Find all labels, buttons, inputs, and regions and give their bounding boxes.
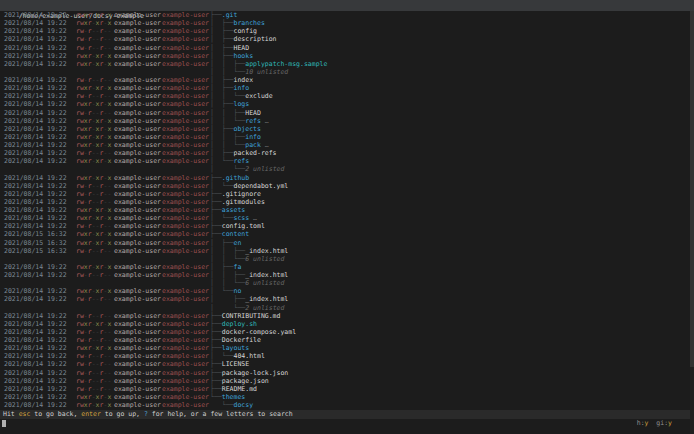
- tree-row[interactable]: 2021/08/14 19:22rw-r--r--example-userexa…: [0, 109, 689, 117]
- tree-row[interactable]: 2021/08/14 19:22rw-r--r--example-userexa…: [0, 328, 689, 336]
- tree-row[interactable]: 2021/08/14 19:22rw-r--r--example-userexa…: [0, 182, 689, 190]
- tree-row[interactable]: 2021/08/14 19:22rw-r--r--example-userexa…: [0, 336, 689, 344]
- row-group: example-user: [162, 190, 209, 198]
- tree-row[interactable]: 2021/08/14 19:22rw-r--r--example-userexa…: [0, 76, 689, 84]
- key-hint: esc: [19, 410, 31, 418]
- row-date: 2021/08/14 19:22: [4, 84, 67, 92]
- entry-name: .gitignore: [222, 190, 261, 198]
- tree-row[interactable]: 2021/08/14 19:22rwxr-xr-xexample-userexa…: [0, 19, 689, 27]
- row-date: 2021/08/14 19:22: [4, 312, 67, 320]
- row-date: 2021/08/14 19:22: [4, 141, 67, 149]
- tree-row[interactable]: 2021/08/14 19:22rw-r--r--example-userexa…: [0, 295, 689, 303]
- tree-branch-lines: │ ├──: [210, 52, 233, 60]
- tree-row[interactable]: 2021/08/15 16:32rw-r--r--example-userexa…: [0, 247, 689, 255]
- tree-branch-lines: │ │ └──: [210, 279, 245, 287]
- row-group: example-user: [162, 109, 209, 117]
- tree-row[interactable]: 2021/08/14 19:22rwxr-xr-xexample-userexa…: [0, 401, 689, 409]
- root-path-bar[interactable]: /home/example-user/docsy-example: [0, 0, 694, 11]
- row-permissions: rw-r--r--: [76, 222, 111, 230]
- tree-branch-lines: │ └──: [210, 165, 245, 173]
- tree-row[interactable]: 2021/08/14 19:22rwxr-xr-xexample-userexa…: [0, 117, 689, 125]
- tree-row[interactable]: 2021/08/14 19:22rwxr-xr-xexample-userexa…: [0, 263, 689, 271]
- row-permissions: rw-r--r--: [76, 328, 111, 336]
- tree-cell: │ ├──index: [210, 76, 253, 84]
- search-input[interactable]: h:y gi:y: [0, 419, 694, 428]
- scrollbar[interactable]: [690, 11, 694, 434]
- row-permissions: rwxr-xr-x: [76, 287, 111, 295]
- tree-row[interactable]: 2021/08/14 19:22rwxr-xr-xexample-userexa…: [0, 393, 689, 401]
- row-owner: example-user: [114, 271, 161, 279]
- tree-row[interactable]: 2021/08/14 19:22rw-r--r--example-userexa…: [0, 44, 689, 52]
- row-group: example-user: [162, 206, 209, 214]
- entry-name: pack: [245, 141, 261, 149]
- tree-row[interactable]: 2021/08/14 19:22rw-r--r--example-userexa…: [0, 27, 689, 35]
- row-date: 2021/08/14 19:22: [4, 157, 67, 165]
- flag-value: y: [668, 419, 672, 427]
- tree-cell: │ ├──_index.html: [210, 295, 288, 303]
- tree-row[interactable]: 2021/08/14 19:22rw-r--r--example-userexa…: [0, 198, 689, 206]
- row-group: example-user: [162, 401, 209, 409]
- tree-row[interactable]: 2021/08/14 19:22rw-r--r--example-userexa…: [0, 35, 689, 43]
- tree-row[interactable]: 2021/08/15 16:32rwxr-xr-xexample-userexa…: [0, 230, 689, 238]
- row-permissions: rwxr-xr-x: [76, 60, 111, 68]
- tree-row[interactable]: 2021/08/14 19:22rw-r--r--example-userexa…: [0, 149, 689, 157]
- tree-cell: │ │ ├──HEAD: [210, 109, 261, 117]
- row-date: 2021/08/14 19:22: [4, 76, 67, 84]
- row-owner: example-user: [114, 35, 161, 43]
- row-group: example-user: [162, 312, 209, 320]
- row-group: example-user: [162, 271, 209, 279]
- tree-branch-lines: ├──: [210, 312, 222, 320]
- tree-row: │ └──2 unlisted: [0, 304, 689, 312]
- entry-name: objects: [233, 125, 260, 133]
- row-permissions: rwxr-xr-x: [76, 19, 111, 27]
- tree-cell: ├──deploy.sh: [210, 320, 257, 328]
- unlisted-note: 10 unlisted: [245, 68, 288, 76]
- tree-branch-lines: │ └──: [210, 182, 233, 190]
- tree-row[interactable]: 2021/08/14 19:22rw-r--r--example-userexa…: [0, 190, 689, 198]
- row-owner: example-user: [114, 287, 161, 295]
- tree-row[interactable]: 2021/08/14 19:22rwxr-xr-xexample-userexa…: [0, 133, 689, 141]
- pruned-indicator: …: [261, 141, 269, 149]
- tree-row[interactable]: 2021/08/14 19:22rw-r--r--example-userexa…: [0, 222, 689, 230]
- row-permissions: rw-r--r--: [76, 149, 111, 157]
- tree-branch-lines: │ ├──: [210, 295, 245, 303]
- tree-row[interactable]: 2021/08/14 19:22rw-r--r--example-userexa…: [0, 377, 689, 385]
- row-owner: example-user: [114, 84, 161, 92]
- tree-row[interactable]: 2021/08/14 19:22rw-r--r--example-userexa…: [0, 360, 689, 368]
- row-group: example-user: [162, 182, 209, 190]
- tree-row[interactable]: 2021/08/14 19:22rwxr-xr-xexample-userexa…: [0, 157, 689, 165]
- scrollbar-thumb[interactable]: [690, 11, 694, 367]
- tree-row[interactable]: 2021/08/14 19:22rwxr-xr-xexample-userexa…: [0, 320, 689, 328]
- tree-row[interactable]: 2021/08/14 19:22rwxr-xr-xexample-userexa…: [0, 84, 689, 92]
- tree-branch-lines: ├──: [210, 360, 222, 368]
- tree-row[interactable]: 2021/08/14 19:22rw-r--r--example-userexa…: [0, 92, 689, 100]
- tree-row[interactable]: 2021/08/14 19:22rw-r--r--example-userexa…: [0, 312, 689, 320]
- tree-row[interactable]: 2021/08/14 19:22rwxr-xr-xexample-userexa…: [0, 100, 689, 108]
- row-date: 2021/08/15 16:32: [4, 230, 67, 238]
- tree-row[interactable]: 2021/08/14 19:22rwxr-xr-xexample-userexa…: [0, 344, 689, 352]
- tree-row[interactable]: 2021/08/14 19:22rwxr-xr-xexample-userexa…: [0, 287, 689, 295]
- tree-row[interactable]: 2021/08/14 19:22rwxr-xr-xexample-userexa…: [0, 125, 689, 133]
- row-date: 2021/08/14 19:22: [4, 328, 67, 336]
- entry-name: .gitmodules: [222, 198, 265, 206]
- tree-row[interactable]: 2021/08/14 19:22rwxr-xr-xexample-userexa…: [0, 206, 689, 214]
- tree-branch-lines: │ │ ├──: [210, 271, 245, 279]
- tree-row[interactable]: 2021/08/14 19:22rwxr-xr-xexample-userexa…: [0, 60, 689, 68]
- tree-row[interactable]: 2021/08/14 19:22rwxr-xr-xexample-userexa…: [0, 141, 689, 149]
- row-date: 2021/08/14 19:22: [4, 206, 67, 214]
- tree-cell: ├──.git: [210, 11, 237, 19]
- row-date: 2021/08/14 19:22: [4, 222, 67, 230]
- tree-row[interactable]: 2021/08/14 19:22rwxr-xr-xexample-userexa…: [0, 52, 689, 60]
- row-group: example-user: [162, 336, 209, 344]
- row-permissions: rwxr-xr-x: [76, 11, 111, 19]
- tree-row[interactable]: 2021/08/14 19:22rw-r--r--example-userexa…: [0, 385, 689, 393]
- tree-row[interactable]: 2021/08/14 19:22rwxr-xr-xexample-userexa…: [0, 214, 689, 222]
- tree-row[interactable]: 2021/08/14 19:22rwxr-xr-xexample-userexa…: [0, 174, 689, 182]
- tree-row[interactable]: 2021/08/15 16:32rwxr-xr-xexample-userexa…: [0, 239, 689, 247]
- tree-cell: │ ├──fa: [210, 263, 241, 271]
- tree-row[interactable]: 2021/08/14 19:22rw-r--r--example-userexa…: [0, 352, 689, 360]
- tree-row[interactable]: 2021/08/14 19:22rw-r--r--example-userexa…: [0, 271, 689, 279]
- tree-branch-lines: ├──: [210, 344, 222, 352]
- tree-row[interactable]: 2021/08/14 19:22rw-r--r--example-userexa…: [0, 369, 689, 377]
- tree-row[interactable]: 2021/08/14 19:22rwxr-xr-xexample-userexa…: [0, 11, 689, 19]
